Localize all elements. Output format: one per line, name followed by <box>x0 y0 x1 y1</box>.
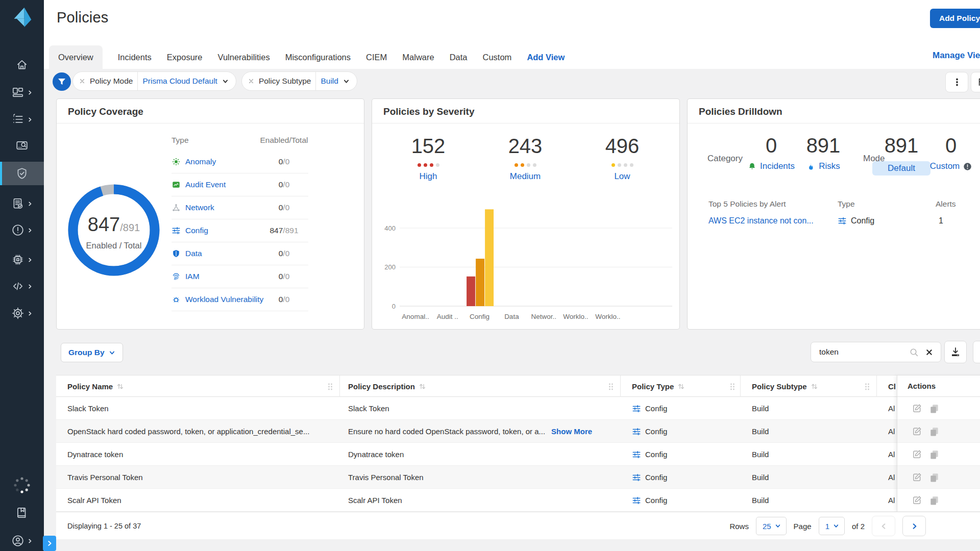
tab-overview[interactable]: Overview <box>49 45 103 69</box>
page-select[interactable]: 1 <box>819 517 845 535</box>
sort-icon[interactable] <box>419 383 426 390</box>
stat-link[interactable]: Custom <box>930 161 960 171</box>
stat-link[interactable]: Risks <box>819 161 840 171</box>
next-page-button[interactable] <box>902 516 926 536</box>
coverage-type-link[interactable]: Data <box>185 249 202 258</box>
sidebar-item-investigate[interactable] <box>0 134 44 157</box>
chevron-down-icon[interactable] <box>343 78 350 85</box>
clone-policy-icon[interactable] <box>929 449 940 460</box>
search-input[interactable] <box>819 342 901 362</box>
tab-incidents[interactable]: Incidents <box>118 45 152 69</box>
coverage-type-link[interactable]: Config <box>185 226 208 235</box>
column-grip-icon[interactable] <box>729 382 736 391</box>
edit-policy-icon[interactable] <box>912 495 922 506</box>
show-more-link[interactable]: Show More <box>551 427 592 436</box>
coverage-type-link[interactable]: Anomaly <box>185 157 216 166</box>
column-header-cl[interactable]: Cl <box>888 375 897 397</box>
add-policy-button[interactable]: Add Policy <box>930 9 980 28</box>
column-header-policy-name[interactable]: Policy Name <box>67 375 124 397</box>
column-grip-icon[interactable] <box>327 382 334 391</box>
column-grip-icon[interactable] <box>864 382 871 391</box>
coverage-type-link[interactable]: Workload Vulnerability <box>185 295 263 304</box>
clear-search-icon[interactable] <box>925 348 933 356</box>
sidebar-item-inventory[interactable] <box>0 108 44 131</box>
policy-link[interactable]: AWS EC2 instance not con... <box>708 216 814 226</box>
sidebar-item-code-security[interactable] <box>0 274 44 298</box>
manage-views-link[interactable]: Manage Vie <box>933 51 980 61</box>
sidebar-item-home[interactable] <box>0 53 44 77</box>
policy-type-cell: Config <box>632 489 667 512</box>
tab-malware[interactable]: Malware <box>402 45 434 69</box>
column-grip-icon[interactable] <box>607 382 615 391</box>
clone-policy-icon[interactable] <box>929 426 940 437</box>
sidebar-item-loading[interactable] <box>0 473 44 497</box>
column-header-policy-type[interactable]: Policy Type <box>632 375 685 397</box>
chevron-down-icon[interactable] <box>222 78 229 85</box>
column-header-policy-description[interactable]: Policy Description <box>348 375 426 397</box>
severity-bar-chart[interactable]: 0200400Anomal..Audit ..ConfigDataNetwor.… <box>372 205 680 330</box>
policy-name-cell[interactable]: OpenStack hard coded password, token, or… <box>67 420 309 443</box>
saved-views-button[interactable] <box>971 72 980 92</box>
filter-chip-value[interactable]: Build <box>321 77 338 86</box>
severity-link-medium[interactable]: Medium <box>489 171 561 182</box>
stat-label-risks[interactable]: Risks <box>785 161 862 171</box>
remove-filter-icon[interactable] <box>248 78 254 84</box>
sidebar-item-dashboards[interactable] <box>0 81 44 104</box>
chevron-left-icon <box>880 522 888 530</box>
remove-filter-icon[interactable] <box>79 78 85 84</box>
stat-link[interactable]: Default <box>888 163 915 173</box>
tab-vulnerabilities[interactable]: Vulnerabilities <box>218 45 270 69</box>
severity-dots <box>586 163 658 167</box>
coverage-type-link[interactable]: Network <box>185 203 214 212</box>
policy-name-cell[interactable]: Travis Personal Token <box>67 466 143 489</box>
tab-add-view[interactable]: Add View <box>527 45 565 69</box>
severity-link-high[interactable]: High <box>393 171 464 182</box>
edit-policy-icon[interactable] <box>912 403 922 414</box>
sidebar-item-tutorials[interactable] <box>0 501 44 524</box>
edit-policy-icon[interactable] <box>912 472 922 483</box>
sort-icon[interactable] <box>116 383 124 390</box>
table-row: Travis Personal TokenTravis Personal Tok… <box>56 466 980 489</box>
filter-chip-value[interactable]: Prisma Cloud Default <box>142 77 217 86</box>
home-icon <box>15 58 29 71</box>
stat-label-custom[interactable]: Custom <box>913 161 980 171</box>
edit-policy-icon[interactable] <box>912 426 922 437</box>
sidebar-item-alerts[interactable] <box>0 218 44 242</box>
actions-cell <box>897 489 980 512</box>
sort-icon[interactable] <box>811 383 818 390</box>
sidebar-item-settings[interactable] <box>0 302 44 325</box>
severity-link-low[interactable]: Low <box>586 171 658 182</box>
sidebar-expand-button[interactable] <box>43 536 56 551</box>
rows-per-page-select[interactable]: 25 <box>756 517 787 535</box>
column-header-policy-subtype[interactable]: Policy Subtype <box>752 375 818 397</box>
filter-options-button[interactable] <box>945 72 968 92</box>
filter-funnel-button[interactable] <box>53 72 71 91</box>
clone-policy-icon[interactable] <box>929 403 940 414</box>
clone-policy-icon[interactable] <box>929 495 940 506</box>
sidebar-item-profile[interactable] <box>0 529 44 551</box>
edit-policy-icon[interactable] <box>912 449 922 460</box>
policy-name-cell[interactable]: Scalr API Token <box>67 489 121 512</box>
tab-data[interactable]: Data <box>450 45 468 69</box>
column-settings-button[interactable] <box>973 341 980 363</box>
download-button[interactable] <box>944 341 967 363</box>
previous-page-button[interactable] <box>872 516 895 536</box>
sidebar-item-compliance[interactable] <box>0 192 44 215</box>
sidebar-item-policies[interactable] <box>0 162 44 185</box>
filter-chips: Policy ModePrisma Cloud DefaultPolicy Su… <box>72 71 357 91</box>
prisma-cloud-logo[interactable] <box>11 6 33 29</box>
sidebar-item-compute[interactable] <box>0 248 44 271</box>
config-icon <box>172 226 181 235</box>
page-number-value: 1 <box>825 522 829 531</box>
sort-icon[interactable] <box>677 383 685 390</box>
coverage-type-link[interactable]: Audit Event <box>185 180 226 189</box>
clone-policy-icon[interactable] <box>929 472 940 483</box>
tab-custom[interactable]: Custom <box>483 45 512 69</box>
group-by-button[interactable]: Group By <box>61 343 123 362</box>
policy-name-cell[interactable]: Dynatrace token <box>67 443 123 466</box>
tab-misconfigurations[interactable]: Misconfigurations <box>285 45 351 69</box>
coverage-type-link[interactable]: IAM <box>185 272 200 281</box>
tab-exposure[interactable]: Exposure <box>167 45 203 69</box>
tab-ciem[interactable]: CIEM <box>366 45 387 69</box>
policy-name-cell[interactable]: Slack Token <box>67 397 109 420</box>
